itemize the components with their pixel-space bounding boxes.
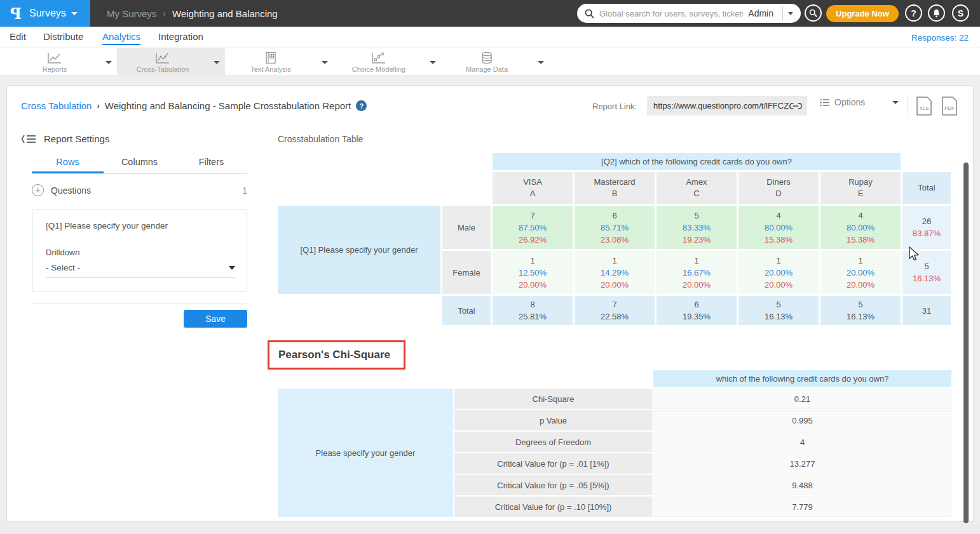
- text-analysis-dropdown-caret[interactable]: [316, 48, 333, 76]
- cell-total-mastercard: 722.58%: [575, 296, 655, 325]
- choice-modelling-dropdown-caret[interactable]: [425, 48, 441, 76]
- drilldown-caret-icon: [229, 266, 235, 270]
- toolbar-tab-reports[interactable]: Reports: [9, 48, 117, 76]
- toolbar-tab-manage-data[interactable]: Manage Data: [441, 48, 549, 76]
- report-help-icon[interactable]: ?: [356, 100, 367, 111]
- crosstab-banner-row: [Q2] which of the following credit cards…: [278, 153, 951, 170]
- toolbar-tab-text-analysis[interactable]: Text Analysis: [225, 48, 333, 76]
- chi-value-critical-10pct: 7.779: [653, 497, 951, 517]
- cell-male-diners: 480.00%15.38%: [738, 206, 819, 249]
- search-scope-value[interactable]: Admin: [743, 8, 780, 18]
- account-avatar[interactable]: S: [952, 4, 969, 22]
- search-submit-button[interactable]: [805, 4, 822, 22]
- search-scope-divider: [782, 6, 783, 20]
- chi-column-header: which of the following credit cards do y…: [653, 370, 951, 387]
- report-breadcrumb: Cross Tabulation › Weighting and Balanci…: [21, 100, 367, 111]
- nav-integration[interactable]: Integration: [158, 31, 203, 42]
- row-label-total: Total: [442, 296, 491, 325]
- row-label-male: Male: [442, 206, 491, 249]
- save-button[interactable]: Save: [184, 310, 247, 328]
- questions-row: + Questions 1: [32, 184, 247, 196]
- help-button[interactable]: ?: [905, 4, 922, 22]
- cell-total-rupay: 516.13%: [820, 296, 901, 325]
- top-bar: P Surveys My Surveys › Weighting and Bal…: [0, 0, 980, 27]
- chi-value-critical-5pct: 9.488: [653, 475, 951, 495]
- cell-female-amex: 116.67%20.00%: [657, 251, 737, 294]
- search-scope-caret-icon[interactable]: [788, 12, 793, 15]
- column-header-total: Total: [902, 172, 951, 204]
- vertical-scrollbar[interactable]: [963, 163, 969, 523]
- report-settings-title: Report Settings: [44, 133, 109, 144]
- crosstab-section-title: Crosstabulation Table: [278, 134, 363, 144]
- search-icon: [809, 9, 817, 17]
- tab-rows[interactable]: Rows: [32, 155, 104, 173]
- question-card: [Q1] Please specify your gender Drilldow…: [32, 210, 247, 291]
- options-label: Options: [834, 97, 865, 107]
- report-link-input[interactable]: [653, 101, 789, 110]
- chi-label-critical-5pct: Critical Value for (p = .05 [5%]): [454, 475, 652, 495]
- toolbar-tab-choice-modelling[interactable]: Choice Modelling: [333, 48, 441, 76]
- column-header-diners: DinersD: [738, 172, 819, 204]
- collapse-panel-icon[interactable]: [21, 134, 36, 144]
- line-chart-icon: [47, 51, 62, 64]
- upgrade-now-button[interactable]: Upgrade Now: [826, 5, 899, 22]
- cell-total-visa: 825.81%: [493, 296, 573, 325]
- tab-columns[interactable]: Columns: [104, 155, 175, 173]
- add-question-icon[interactable]: +: [32, 184, 44, 196]
- link-icon[interactable]: [789, 102, 802, 110]
- manage-data-dropdown-caret[interactable]: [533, 48, 549, 76]
- questions-count: 1: [242, 185, 247, 196]
- settings-tabs: Rows Columns Filters: [32, 155, 247, 174]
- analytics-toolbar: Reports Cross-Tabulation Text Analysis C…: [0, 48, 980, 76]
- cell-male-visa: 787.50%26.92%: [493, 206, 573, 249]
- export-pdf-button[interactable]: PDF: [941, 96, 958, 116]
- nav-edit[interactable]: Edit: [10, 31, 26, 42]
- chi-label-critical-1pct: Critical Value for (p = .01 [1%]): [454, 453, 652, 474]
- settings-divider: [32, 303, 247, 304]
- chi-label-critical-10pct: Critical Value for (p = .10 [10%]): [454, 497, 652, 517]
- nav-analytics[interactable]: Analytics: [102, 31, 140, 45]
- cell-total-diners: 516.13%: [738, 296, 819, 325]
- drilldown-select[interactable]: - Select -: [46, 263, 235, 277]
- breadcrumb-separator: ›: [163, 8, 166, 18]
- options-dropdown[interactable]: Options: [820, 97, 899, 107]
- brand-label: Surveys: [29, 8, 66, 19]
- xls-icon-label: XLS: [919, 105, 929, 111]
- cross-tabulation-dropdown-caret[interactable]: [208, 48, 225, 76]
- crosstab-table: [Q2] which of the following credit cards…: [276, 151, 953, 327]
- global-search-input[interactable]: [599, 9, 743, 18]
- crosstab-column-question: [Q2] which of the following credit cards…: [493, 153, 901, 170]
- line-chart-icon: [155, 51, 170, 64]
- chi-value-degrees-of-freedom: 4: [653, 432, 951, 452]
- database-icon: [480, 51, 494, 64]
- report-title: Weighting and Balancing - Sample Crossta…: [105, 100, 351, 111]
- cell-male-mastercard: 685.71%23.08%: [575, 206, 655, 249]
- reports-dropdown-caret[interactable]: [100, 48, 117, 76]
- pdf-icon-label: PDF: [944, 105, 955, 111]
- nav-distribute[interactable]: Distribute: [43, 31, 83, 42]
- notifications-button[interactable]: [928, 4, 945, 22]
- text-grid-icon: [264, 51, 277, 64]
- export-xls-button[interactable]: XLS: [915, 96, 933, 116]
- chi-square-table: which of the following credit cards do y…: [276, 369, 953, 518]
- search-icon: [585, 9, 594, 18]
- survey-nav: Edit Distribute Analytics Integration Re…: [0, 27, 980, 48]
- bell-icon: [932, 9, 941, 18]
- chevron-down-icon: [71, 12, 78, 15]
- survey-breadcrumb: My Surveys › Weighting and Balancing: [107, 0, 278, 27]
- column-header-amex: AmexC: [657, 172, 737, 204]
- global-search: Admin: [577, 4, 801, 23]
- scatter-chart-icon: [371, 51, 386, 64]
- column-header-rupay: RupayE: [820, 172, 901, 204]
- toolbar-tab-cross-tabulation[interactable]: Cross-Tabulation: [117, 48, 225, 76]
- tab-filters[interactable]: Filters: [175, 155, 247, 173]
- questions-label: Questions: [51, 185, 91, 196]
- product-switcher[interactable]: P Surveys: [0, 0, 90, 27]
- breadcrumb-cross-tabulation-link[interactable]: Cross Tabulation: [21, 100, 92, 111]
- drilldown-label: Drilldown: [46, 248, 79, 257]
- cell-male-amex: 583.33%19.23%: [657, 206, 737, 249]
- breadcrumb-my-surveys[interactable]: My Surveys: [107, 8, 156, 19]
- cell-male-rupay: 480.00%15.38%: [820, 206, 901, 249]
- row-question-cell: [Q1] Please specify your gender: [278, 206, 440, 294]
- drilldown-selected-value: - Select -: [46, 263, 80, 272]
